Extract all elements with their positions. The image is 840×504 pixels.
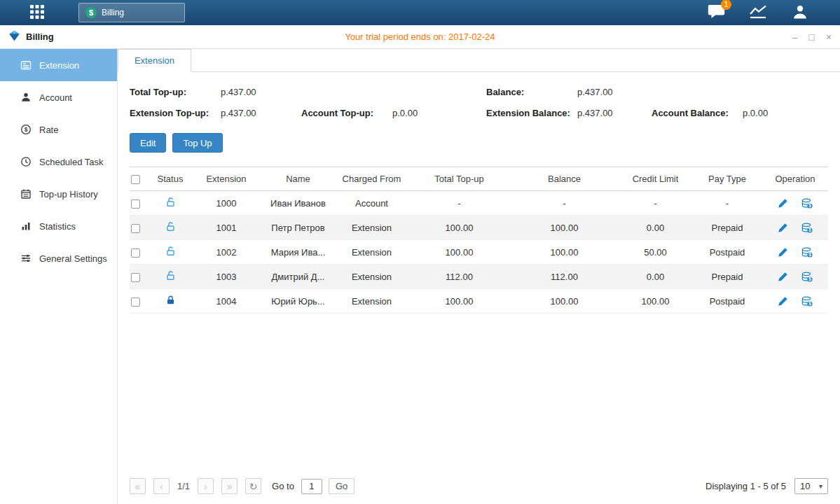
pay-type-cell: - [692,191,762,216]
sidebar-item-extension[interactable]: Extension [0,49,117,81]
summary-value: p.0.00 [392,108,418,118]
sidebar-item-account[interactable]: Account [0,81,117,113]
operation-cell: $ [762,191,828,216]
sidebar-item-label: Statistics [39,221,76,232]
edit-row-icon[interactable] [778,247,788,258]
sidebar-item-topup-history[interactable]: Top-up History [0,178,117,210]
row-checkbox[interactable] [131,298,140,307]
summary-total-topup: Total Top-up: p.437.00 [130,87,301,97]
page-size-select[interactable]: 10 ▾ [794,478,828,494]
edit-row-icon[interactable] [778,223,788,233]
edit-row-icon[interactable] [778,272,788,282]
sidebar-item-label: General Settings [39,253,107,264]
operation-cell: $ [762,216,828,240]
first-page-button[interactable]: « [130,478,146,494]
topbar: $ Billing 1 [0,0,840,25]
maximize-icon[interactable]: □ [808,32,814,42]
top-up-button[interactable]: Top Up [172,133,222,153]
column-header: Name [261,167,335,191]
credit-limit-cell: - [619,191,692,216]
summary-account-balance: Account Balance: p.0.00 [652,108,828,118]
status-cell [149,216,191,240]
close-icon[interactable]: × [826,32,832,42]
grid-menu-icon [29,4,45,22]
topup-row-icon[interactable]: $ [801,198,813,209]
row-checkbox[interactable] [131,224,140,233]
go-button[interactable]: Go [329,478,354,494]
general-settings-icon [20,253,32,265]
total-topup-cell: - [408,191,510,216]
edit-row-icon[interactable] [778,296,788,307]
app-title: Billing [26,31,54,42]
balance-cell: 100.00 [510,289,619,314]
displaying-text: Displaying 1 - 5 of 5 [705,481,786,491]
extension-cell: 1002 [191,240,261,265]
statistics-topbar-button[interactable] [748,4,769,22]
refresh-button[interactable]: ↻ [245,478,261,494]
column-header: Extension [191,167,261,191]
status-locked-icon [165,295,176,305]
pagination-right: Displaying 1 - 5 of 5 10 ▾ [705,478,828,494]
summary-label: Extension Balance: [486,108,577,118]
sidebar-item-rate[interactable]: $ Rate [0,113,117,146]
sidebar-item-statistics[interactable]: Statistics [0,210,117,242]
row-checkbox[interactable] [131,273,140,282]
tab-extension[interactable]: Extension [118,49,191,72]
summary-panel: Total Top-up: p.437.00 Balance: p.437.00… [118,72,840,118]
status-unlocked-icon [165,197,176,207]
column-header: Balance [510,167,619,191]
select-all-checkbox[interactable] [131,175,140,184]
row-checkbox[interactable] [131,200,140,209]
charged-from-cell: Extension [335,216,408,240]
topup-row-icon[interactable]: $ [801,272,813,282]
summary-value: p.437.00 [221,108,256,118]
summary-label: Balance: [486,87,577,97]
summary-label: Account Balance: [652,108,743,118]
credit-limit-cell: 0.00 [619,216,692,240]
next-page-button[interactable]: › [198,478,214,494]
status-unlocked-icon [165,246,176,256]
table-row: 1004 Юрий Юрь... Extension 100.00 100.00… [130,289,828,314]
name-cell: Мария Ива... [261,240,335,265]
row-checkbox[interactable] [131,248,140,258]
operation-cell: $ [762,240,828,265]
sidebar-item-general-settings[interactable]: General Settings [0,242,117,274]
summary-label: Extension Top-up: [130,108,221,118]
sidebar-item-label: Scheduled Task [39,157,104,167]
balance-cell: 100.00 [510,240,619,265]
name-cell: Иван Иванов [261,191,335,216]
topup-row-icon[interactable]: $ [801,247,813,258]
svg-text:$: $ [809,203,812,209]
prev-page-button[interactable]: ‹ [153,478,170,494]
charged-from-cell: Extension [335,265,408,289]
edit-row-icon[interactable] [778,198,788,209]
topup-row-icon[interactable]: $ [801,223,813,233]
goto-page-input[interactable] [301,479,322,494]
sidebar-item-scheduled-task[interactable]: Scheduled Task [0,146,117,178]
billing-dollar-icon: $ [85,7,97,18]
page-size-value: 10 [800,481,810,491]
svg-text:$: $ [809,301,812,307]
action-buttons: Edit Top Up [130,133,828,153]
svg-text:$: $ [809,252,812,258]
table-row: 1000 Иван Иванов Account - - - - $ [130,191,828,216]
topbar-tab-billing[interactable]: $ Billing [78,3,185,22]
trial-notice: Your trial period ends on: 2017-02-24 [0,31,840,42]
user-button[interactable] [790,4,811,22]
name-cell: Дмитрий Д... [261,265,335,289]
titlebar: Billing Your trial period ends on: 2017-… [0,25,840,49]
last-page-button[interactable]: » [221,478,237,494]
app-menu-button[interactable] [27,2,48,23]
pay-type-cell: Prepaid [692,265,762,289]
summary-value: p.437.00 [221,87,256,97]
main-content: Extension Total Top-up: p.437.00 Balance… [118,49,840,504]
table-header-row: Status Extension Name Charged From Total… [130,167,828,191]
pay-type-cell: Postpaid [692,240,762,265]
notifications-button[interactable]: 1 [705,4,727,22]
table-row: 1001 Петр Петров Extension 100.00 100.00… [130,216,828,240]
minimize-icon[interactable]: – [792,32,798,42]
pay-type-cell: Prepaid [692,216,762,240]
edit-button[interactable]: Edit [130,133,166,153]
topup-row-icon[interactable]: $ [801,296,813,307]
extension-cell: 1004 [191,289,261,314]
